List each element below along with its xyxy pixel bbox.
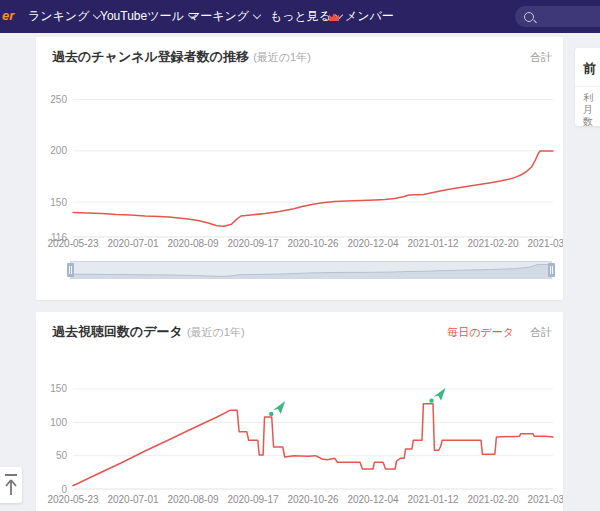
svg-text:2021-02-20: 2021-02-20 bbox=[467, 238, 519, 249]
brush-mini-chart bbox=[71, 262, 551, 278]
logo-fragment[interactable]: er bbox=[2, 8, 14, 23]
top-nav-bar: er ランキング YouTubeツール マーキング もっと見る メンバー bbox=[0, 0, 600, 33]
nav-item-label: メンバー bbox=[345, 8, 394, 25]
nav-item-ranking[interactable]: ランキング bbox=[28, 0, 100, 33]
subscribers-chart-card: 過去のチャンネル登録者数の推移(最近の1年) 合計 25020015011620… bbox=[36, 37, 563, 300]
back-to-top-button[interactable] bbox=[0, 467, 22, 503]
views-chart-card: 過去視聴回数のデータ(最近の1年) 毎日のデータ 合計 150100500202… bbox=[36, 312, 563, 511]
svg-text:250: 250 bbox=[50, 94, 67, 105]
views-line-chart[interactable]: 1501005002020-05-232020-07-012020-08-092… bbox=[36, 312, 563, 511]
svg-text:100: 100 bbox=[50, 417, 67, 428]
chevron-down-icon bbox=[253, 11, 261, 19]
nav-item-label: マーキング bbox=[188, 8, 249, 25]
svg-text:2020-07-01: 2020-07-01 bbox=[107, 238, 159, 249]
nav-item-label: ランキング bbox=[28, 8, 89, 25]
svg-text:2020-12-04: 2020-12-04 bbox=[347, 494, 399, 505]
svg-text:50: 50 bbox=[56, 450, 68, 461]
svg-text:2020-05-23: 2020-05-23 bbox=[47, 494, 99, 505]
svg-text:2020-09-17: 2020-09-17 bbox=[227, 238, 279, 249]
nav-item-label: YouTubeツール bbox=[100, 8, 184, 25]
svg-text:150: 150 bbox=[50, 197, 67, 208]
nav-item-marketing[interactable]: マーキング bbox=[188, 0, 260, 33]
svg-text:2020-08-09: 2020-08-09 bbox=[167, 494, 219, 505]
subscribers-line-chart[interactable]: 2502001501162020-05-232020-07-012020-08-… bbox=[36, 37, 563, 257]
brush-handle-left[interactable] bbox=[67, 263, 74, 277]
side-panel-heading: 前 bbox=[583, 60, 596, 78]
svg-text:2020-12-04: 2020-12-04 bbox=[347, 238, 399, 249]
svg-text:2021-03-31: 2021-03-31 bbox=[527, 494, 563, 505]
svg-text:2020-10-26: 2020-10-26 bbox=[287, 238, 339, 249]
side-panel-card: 前 利 月 数 bbox=[575, 48, 600, 126]
crown-icon bbox=[328, 12, 340, 22]
nav-item-youtube-tools[interactable]: YouTubeツール bbox=[100, 0, 195, 33]
svg-text:2021-01-12: 2021-01-12 bbox=[407, 494, 459, 505]
svg-text:200: 200 bbox=[50, 145, 67, 156]
search-icon bbox=[524, 12, 534, 22]
divider bbox=[575, 86, 600, 87]
nav-item-member[interactable]: メンバー bbox=[328, 0, 394, 33]
svg-text:2021-03-31: 2021-03-31 bbox=[527, 238, 563, 249]
youtube-analytics-page: { "nav": { "logo_fragment": "er", "items… bbox=[0, 0, 600, 511]
svg-text:2020-09-17: 2020-09-17 bbox=[227, 494, 279, 505]
back-to-top-icon bbox=[3, 473, 19, 497]
brush-handle-right[interactable] bbox=[548, 263, 555, 277]
nav-item-label: もっと見る bbox=[270, 8, 331, 25]
svg-text:2020-07-01: 2020-07-01 bbox=[107, 494, 159, 505]
side-panel-text: 数 bbox=[583, 115, 593, 126]
svg-text:2020-10-26: 2020-10-26 bbox=[287, 494, 339, 505]
date-range-brush[interactable] bbox=[70, 261, 552, 279]
svg-text:2020-08-09: 2020-08-09 bbox=[167, 238, 219, 249]
svg-text:150: 150 bbox=[50, 383, 67, 394]
svg-text:0: 0 bbox=[61, 484, 67, 495]
svg-text:2021-02-20: 2021-02-20 bbox=[467, 494, 519, 505]
svg-text:2021-01-12: 2021-01-12 bbox=[407, 238, 459, 249]
svg-text:2020-05-23: 2020-05-23 bbox=[47, 238, 99, 249]
search-input[interactable] bbox=[515, 6, 600, 27]
